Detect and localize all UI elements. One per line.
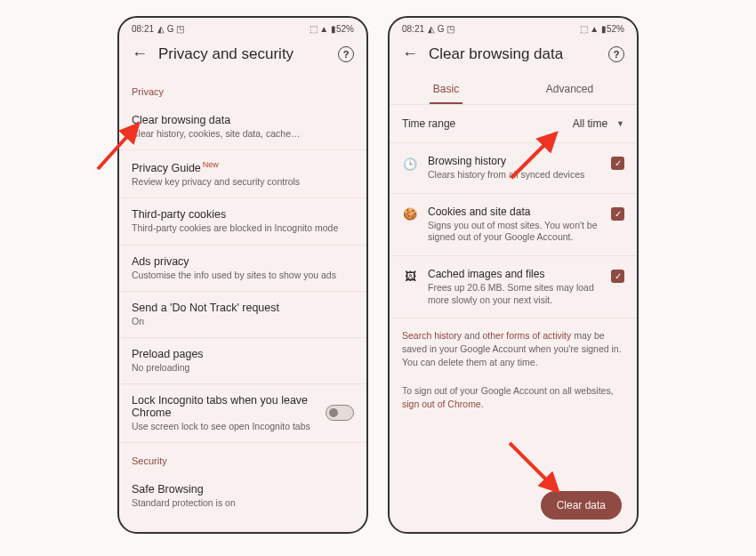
header: ← Clear browsing data ?: [390, 37, 637, 74]
row-title: Third-party cookies: [132, 208, 354, 221]
page-title: Clear browsing data: [429, 45, 598, 63]
item-browsing-history[interactable]: 🕒 Browsing history Clears history from a…: [390, 143, 637, 194]
row-sub: Review key privacy and security controls: [132, 176, 354, 188]
status-time: 08:21: [132, 24, 154, 34]
status-left-icons: ◭ G ◳: [428, 24, 454, 34]
row-sub: Customise the info used by sites to show…: [132, 270, 354, 281]
row-lock-incognito[interactable]: Lock Incognito tabs when you leave Chrom…: [119, 384, 366, 443]
checkbox-browsing-history[interactable]: ✓: [611, 157, 624, 170]
checkbox-cache[interactable]: ✓: [611, 270, 624, 283]
info-signout: To sign out of your Google Account on al…: [390, 374, 637, 415]
help-icon[interactable]: ?: [608, 46, 624, 62]
row-sub: Standard protection is on: [132, 497, 354, 509]
tab-advanced[interactable]: Advanced: [543, 77, 597, 104]
item-sub: Frees up 20.6 MB. Some sites may load mo…: [428, 282, 601, 306]
status-time: 08:21: [402, 24, 424, 34]
tab-basic[interactable]: Basic: [430, 77, 462, 104]
row-ads-privacy[interactable]: Ads privacy Customise the info used by s…: [119, 246, 366, 292]
chevron-down-icon: ▼: [616, 119, 624, 128]
status-bar: 08:21 ◭ G ◳ ⬚ ▲ ▮52%: [390, 18, 637, 37]
phone-privacy-security: 08:21 ◭ G ◳ ⬚ ▲ ▮52% ← Privacy and secur…: [117, 16, 368, 534]
time-range-row[interactable]: Time range All time ▼: [390, 105, 637, 143]
item-title: Browsing history: [428, 155, 601, 167]
section-security: Security: [119, 443, 366, 473]
back-icon[interactable]: ←: [398, 44, 418, 63]
item-title: Cached images and files: [428, 268, 601, 280]
help-icon[interactable]: ?: [338, 46, 354, 62]
status-bar: 08:21 ◭ G ◳ ⬚ ▲ ▮52%: [119, 18, 366, 37]
row-title: Clear browsing data: [132, 114, 354, 126]
row-title: Privacy GuideNew: [132, 160, 354, 174]
row-title: Safe Browsing: [132, 483, 354, 496]
row-clear-browsing-data[interactable]: Clear browsing data Clear history, cooki…: [119, 104, 366, 150]
item-title: Cookies and site data: [428, 205, 601, 218]
item-sub: Signs you out of most sites. You won't b…: [428, 220, 601, 244]
row-sub: Clear history, cookies, site data, cache…: [132, 128, 354, 140]
link-sign-out-chrome[interactable]: sign out of Chrome: [402, 399, 481, 409]
status-right-icons: ⬚ ▲ ▮52%: [310, 24, 354, 34]
page-title: Privacy and security: [158, 45, 327, 63]
section-privacy: Privacy: [119, 74, 366, 104]
link-other-activity[interactable]: other forms of activity: [482, 330, 571, 341]
tabs: Basic Advanced: [390, 74, 637, 105]
status-left-icons: ◭ G ◳: [157, 24, 184, 34]
link-search-history[interactable]: Search history: [402, 330, 462, 341]
row-dnt[interactable]: Send a 'Do Not Track' request On: [119, 292, 366, 338]
back-icon[interactable]: ←: [128, 44, 148, 63]
header: ← Privacy and security ?: [119, 37, 366, 74]
item-sub: Clears history from all synced devices: [428, 169, 601, 181]
status-right-icons: ⬚ ▲ ▮52%: [580, 24, 624, 34]
image-icon: 🖼: [402, 269, 418, 285]
row-title: Preload pages: [132, 348, 354, 360]
row-preload[interactable]: Preload pages No preloading: [119, 338, 366, 384]
item-cookies[interactable]: 🍪 Cookies and site data Signs you out of…: [390, 194, 637, 256]
cookie-icon: 🍪: [402, 206, 418, 222]
checkbox-cookies[interactable]: ✓: [611, 207, 624, 221]
row-privacy-guide[interactable]: Privacy GuideNew Review key privacy and …: [119, 150, 366, 198]
row-title: Ads privacy: [132, 255, 354, 268]
clock-icon: 🕒: [402, 156, 418, 172]
phone-clear-data: 08:21 ◭ G ◳ ⬚ ▲ ▮52% ← Clear browsing da…: [388, 16, 639, 534]
info-search-history: Search history and other forms of activi…: [390, 318, 637, 374]
row-third-party-cookies[interactable]: Third-party cookies Third-party cookies …: [119, 198, 366, 245]
clear-data-button[interactable]: Clear data: [541, 491, 622, 520]
time-range-label: Time range: [402, 117, 455, 130]
row-sub: Use screen lock to see open Incognito ta…: [132, 421, 315, 432]
row-sub: Third-party cookies are blocked in Incog…: [132, 222, 354, 234]
row-sub: No preloading: [132, 362, 354, 374]
row-title: Send a 'Do Not Track' request: [132, 302, 354, 314]
toggle-lock-incognito[interactable]: [326, 405, 354, 421]
row-title: Lock Incognito tabs when you leave Chrom…: [132, 394, 315, 419]
time-range-value: All time: [573, 117, 607, 130]
item-cache[interactable]: 🖼 Cached images and files Frees up 20.6 …: [390, 256, 637, 318]
row-safe-browsing[interactable]: Safe Browsing Standard protection is on: [119, 473, 366, 511]
time-range-select[interactable]: All time ▼: [573, 117, 624, 130]
new-badge: New: [203, 160, 219, 169]
row-sub: On: [132, 316, 354, 327]
